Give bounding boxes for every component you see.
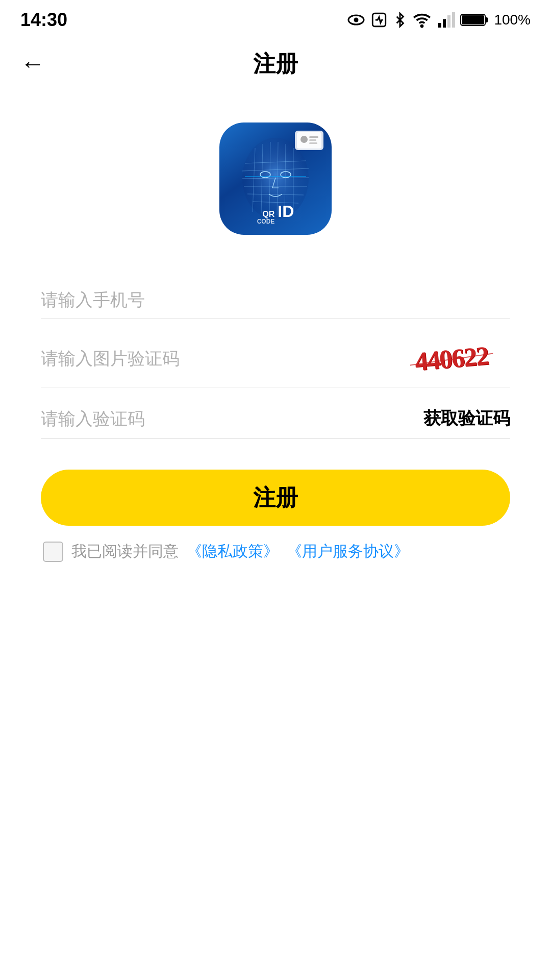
privacy-policy-link[interactable]: 《隐私政策》 xyxy=(187,541,279,562)
svg-rect-6 xyxy=(447,15,450,28)
eye-icon xyxy=(347,11,365,29)
sms-input[interactable] xyxy=(41,409,418,429)
svg-rect-9 xyxy=(485,17,488,22)
id-text: ID xyxy=(278,203,294,219)
agreement-row: 我已阅读并同意 《隐私政策》 《用户服务协议》 xyxy=(41,541,510,562)
svg-point-28 xyxy=(300,136,308,143)
app-icon: QR CODE ID xyxy=(219,122,332,235)
svg-rect-5 xyxy=(443,19,446,28)
nfc-icon xyxy=(370,11,388,29)
register-button[interactable]: 注册 xyxy=(41,470,510,526)
svg-rect-29 xyxy=(309,136,318,138)
svg-rect-4 xyxy=(438,23,441,28)
phone-field xyxy=(41,276,510,318)
status-icons: 100% xyxy=(347,11,531,29)
battery-icon xyxy=(460,12,489,28)
signal-icon xyxy=(437,11,455,29)
svg-rect-31 xyxy=(309,142,317,144)
captcha-input[interactable] xyxy=(41,349,393,369)
sms-field: 获取验证码 xyxy=(41,393,510,439)
captcha-image[interactable]: 440622 xyxy=(393,338,510,379)
app-icon-container: QR CODE ID xyxy=(0,122,551,235)
agreement-checkbox[interactable] xyxy=(43,542,63,562)
get-code-button[interactable]: 获取验证码 xyxy=(418,407,510,430)
captcha-field: 440622 xyxy=(41,324,510,387)
captcha-value: 440622 xyxy=(414,340,490,376)
page-title: 注册 xyxy=(253,49,298,79)
status-bar: 14:30 100% xyxy=(0,0,551,36)
status-time: 14:30 xyxy=(20,9,67,31)
svg-point-3 xyxy=(421,26,423,27)
svg-rect-26 xyxy=(245,176,306,177)
wifi-icon xyxy=(412,11,432,29)
qr-text: QR xyxy=(262,210,274,218)
svg-rect-10 xyxy=(462,15,484,24)
header: ← 注册 xyxy=(0,36,551,92)
qr-code-label: QR CODE ID xyxy=(257,203,294,225)
back-button[interactable]: ← xyxy=(20,52,45,76)
svg-rect-7 xyxy=(452,12,455,28)
svg-point-1 xyxy=(354,18,359,22)
form-container: 440622 获取验证码 注册 我已阅读并同意 《隐私政策》 《用户服务协议》 xyxy=(0,276,551,562)
service-agreement-link[interactable]: 《用户服务协议》 xyxy=(287,541,409,562)
phone-input[interactable] xyxy=(41,290,510,310)
svg-rect-27 xyxy=(297,132,321,149)
svg-rect-30 xyxy=(309,139,316,141)
bluetooth-icon xyxy=(393,11,407,29)
battery-percent: 100% xyxy=(494,12,531,28)
agreement-read-text: 我已阅读并同意 xyxy=(71,541,179,562)
id-badge xyxy=(295,131,323,150)
code-text: CODE xyxy=(257,218,275,225)
